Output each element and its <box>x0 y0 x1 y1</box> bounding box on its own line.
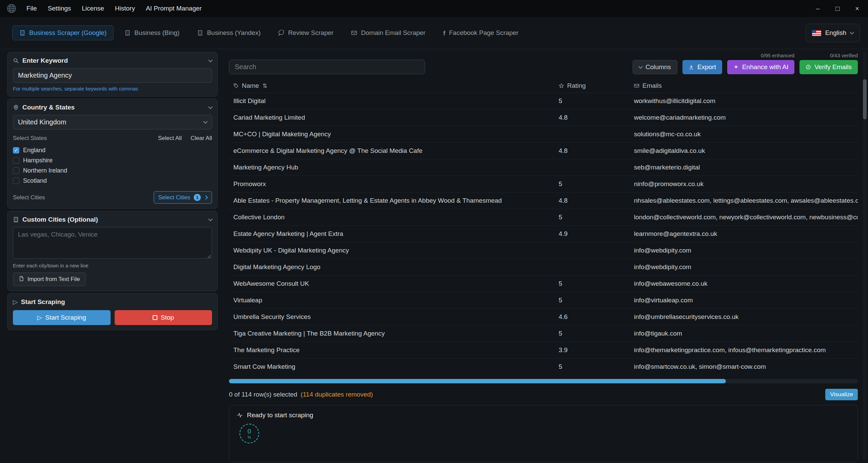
checkbox-icon[interactable] <box>13 178 19 184</box>
menu-license[interactable]: License <box>82 5 104 12</box>
table-row[interactable]: Collective London5london@collectiveworld… <box>229 209 858 225</box>
column-header-name[interactable]: Name ⇅ <box>233 82 559 89</box>
cell-name: The Marketing Practice <box>233 346 559 354</box>
table-row[interactable]: Illicit Digital5workwithus@illicitdigita… <box>229 93 858 109</box>
cell-rating: 5 <box>559 180 634 188</box>
cell-emails: info@webawesome.co.uk <box>634 280 858 287</box>
progress-title: Ready to start scraping <box>247 411 313 419</box>
search-input[interactable] <box>229 60 425 74</box>
chevron-down-icon[interactable] <box>208 105 213 109</box>
table-row[interactable]: Digital Marketing Agency Logoinfo@webdip… <box>229 259 858 275</box>
table-row[interactable]: Able Estates - Property Management, Lett… <box>229 192 858 209</box>
horizontal-scrollbar[interactable] <box>229 379 858 383</box>
sort-icon[interactable]: ⇅ <box>263 82 267 89</box>
export-button[interactable]: Export <box>682 60 722 74</box>
select-cities-button[interactable]: Select Cities 1 <box>154 191 212 204</box>
tab-domain-email-scraper[interactable]: Domain Email Scraper <box>344 25 432 40</box>
cell-name: Webdipity UK - Digital Marketing Agency <box>233 247 559 254</box>
verify-emails-button[interactable]: Verify Emails <box>799 60 858 74</box>
keyword-panel-header[interactable]: Enter Keyword <box>13 57 212 64</box>
export-label: Export <box>697 63 716 71</box>
columns-button[interactable]: Columns <box>633 60 677 74</box>
checkbox-icon[interactable] <box>13 167 19 174</box>
cell-emails: welcome@cariadmarketing.com <box>634 114 858 121</box>
location-pin-icon <box>13 104 19 110</box>
table-row[interactable]: MC+CO | Digital Maketing Agencysolutions… <box>229 126 858 142</box>
minimize-button[interactable]: – <box>813 5 823 13</box>
table-row[interactable]: WebAwesome Consult UK5info@webawesome.co… <box>229 275 858 292</box>
country-panel-header[interactable]: Country & States <box>13 104 212 111</box>
custom-cities-header[interactable]: Custom Cities (Optional) <box>13 216 212 223</box>
maximize-button[interactable]: □ <box>833 5 842 13</box>
custom-cities-hint: Enter each city/town in a new line <box>13 263 212 268</box>
enhance-with-ai-button[interactable]: Enhance with AI <box>727 60 794 74</box>
state-label: Scotland <box>23 177 47 184</box>
country-select[interactable]: United Kingdom <box>13 115 212 129</box>
chevron-down-icon[interactable] <box>208 217 213 221</box>
tab-facebook-page-scraper[interactable]: fFacebook Page Scraper <box>436 25 525 40</box>
table-row[interactable]: Tiga Creative Marketing | The B2B Market… <box>229 325 858 342</box>
select-cities-label: Select Cities <box>13 194 45 201</box>
tab-business-bing-[interactable]: Business (Bing) <box>118 25 186 40</box>
menu-file[interactable]: File <box>26 5 37 12</box>
cell-rating: 5 <box>559 330 634 337</box>
table-row[interactable]: The Marketing Practice3.9info@themarketi… <box>229 342 858 358</box>
close-button[interactable]: × <box>852 5 862 13</box>
custom-cities-textarea[interactable] <box>13 227 212 259</box>
select-states-label: Select States <box>13 135 47 142</box>
state-option-scotland[interactable]: Scotland <box>13 176 212 186</box>
stop-button[interactable]: Stop <box>115 310 212 325</box>
verify-label: Verify Emails <box>814 63 852 71</box>
checkbox-icon[interactable] <box>13 157 19 164</box>
column-header-emails[interactable]: Emails <box>634 82 858 89</box>
state-option-northern-ireland[interactable]: Northern Ireland <box>13 165 212 176</box>
states-header-row: Select States Select All Clear All <box>13 135 212 142</box>
table-row[interactable]: Cariad Marketing Limited4.8welcome@caria… <box>229 109 858 126</box>
states-list: ✓EnglandHampshireNorthern IrelandScotlan… <box>13 145 212 186</box>
checkbox-icon[interactable]: ✓ <box>13 147 19 154</box>
state-option-hampshire[interactable]: Hampshire <box>13 155 212 165</box>
scraping-panel: ▷ Start Scraping ▷ Start Scraping Stop <box>7 293 218 330</box>
cell-name: Smart Cow Marketing <box>233 363 559 370</box>
cell-name: WebAwesome Consult UK <box>233 280 559 287</box>
horizontal-scrollbar-thumb[interactable] <box>229 379 726 383</box>
table-row[interactable]: eCommerce & Digital Marketing Agency @ T… <box>229 142 858 159</box>
table-row[interactable]: Marketing Agency Hubseb@marketerio.digit… <box>229 159 858 176</box>
tab-business-scraper-google-[interactable]: Business Scraper (Google) <box>12 25 114 40</box>
visualize-button[interactable]: Visualize <box>825 389 858 400</box>
table-row[interactable]: Smart Cow Marketing5info@smartcow.co.uk,… <box>229 358 858 375</box>
table-row[interactable]: Promoworx5ninfo@promoworx.co.uk <box>229 176 858 192</box>
vertical-scrollbar-thumb[interactable] <box>863 79 867 119</box>
table-row[interactable]: Webdipity UK - Digital Marketing Agencyi… <box>229 242 858 259</box>
menu-settings[interactable]: Settings <box>48 5 71 12</box>
cell-name: MC+CO | Digital Maketing Agency <box>233 130 559 138</box>
start-scraping-button[interactable]: ▷ Start Scraping <box>13 310 111 325</box>
columns-label: Columns <box>645 63 671 71</box>
tab-review-scraper[interactable]: Review Scraper <box>271 25 340 40</box>
table-row[interactable]: Virtualeap5info@virtualeap.com <box>229 292 858 308</box>
duplicates-removed-text: (114 duplicates removed) <box>301 391 373 398</box>
sparkle-icon <box>733 64 739 70</box>
building-icon <box>19 30 25 36</box>
tab-business-yandex-[interactable]: Business (Yandex) <box>190 25 267 40</box>
check-circle-icon <box>806 64 811 70</box>
state-option-england[interactable]: ✓England <box>13 145 212 155</box>
clear-all-link[interactable]: Clear All <box>191 135 212 142</box>
language-selector[interactable]: English <box>806 24 860 42</box>
chevron-down-icon[interactable] <box>208 58 213 62</box>
select-cities-button-label: Select Cities <box>158 194 190 201</box>
cell-emails: smile@adigitaldiva.co.uk <box>634 147 858 155</box>
table-row[interactable]: Estate Agency Marketing | Agent Extra4.9… <box>229 225 858 242</box>
column-header-rating[interactable]: Rating <box>559 82 634 89</box>
cell-emails: info@tigauk.com <box>634 330 858 337</box>
cell-emails: nhsales@ableestates.com, lettings@ablees… <box>634 197 858 204</box>
select-all-link[interactable]: Select All <box>158 135 182 142</box>
menu-ai-prompt-manager[interactable]: AI Prompt Manager <box>146 5 202 12</box>
state-label: Hampshire <box>23 157 53 164</box>
enhanced-count: 0/95 enhanced <box>761 53 794 58</box>
import-from-file-button[interactable]: Import from Text File <box>13 273 86 286</box>
keyword-input[interactable] <box>13 68 212 83</box>
menu-history[interactable]: History <box>115 5 135 12</box>
cell-name: Estate Agency Marketing | Agent Extra <box>233 230 559 238</box>
table-row[interactable]: Umbrella Security Services4.6info@umbrel… <box>229 308 858 325</box>
